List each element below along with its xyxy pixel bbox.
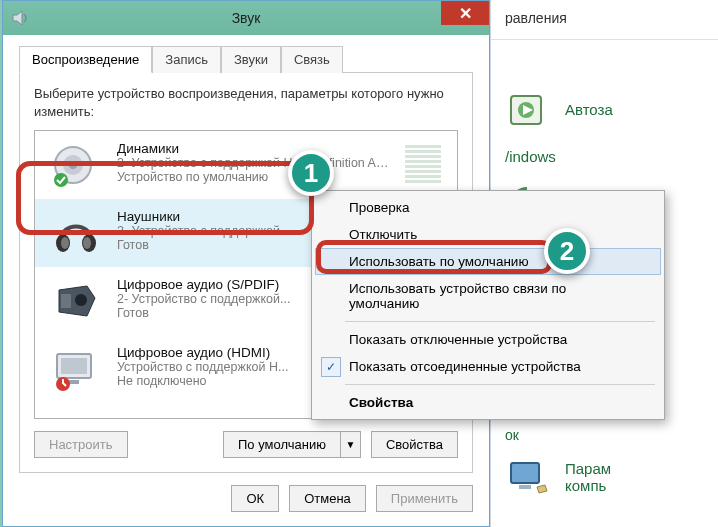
ctx-show-disconnected[interactable]: ✓ Показать отсоединенные устройства	[315, 353, 661, 380]
svg-point-13	[69, 161, 77, 169]
tabstrip: Воспроизведение Запись Звуки Связь	[3, 35, 489, 72]
close-icon: ✕	[459, 4, 472, 23]
instruction-text: Выберите устройство воспроизведения, пар…	[34, 85, 458, 120]
configure-button[interactable]: Настроить	[34, 431, 128, 458]
ctx-separator	[345, 321, 655, 322]
autorun-icon	[505, 90, 553, 130]
ctx-item-label: Показать отсоединенные устройства	[349, 359, 581, 374]
hdmi-icon	[49, 345, 103, 393]
dialog-buttons: ОК Отмена Применить	[3, 485, 489, 526]
svg-point-17	[61, 237, 69, 249]
spdif-icon	[49, 277, 103, 325]
sound-app-icon	[11, 8, 31, 28]
control-panel-small-ok: ок	[491, 423, 718, 447]
svg-rect-20	[61, 294, 71, 308]
svg-rect-22	[61, 358, 87, 374]
ctx-disable[interactable]: Отключить	[315, 221, 661, 248]
svg-rect-8	[511, 463, 539, 483]
close-button[interactable]: ✕	[441, 1, 489, 25]
context-menu: Проверка Отключить Использовать по умолч…	[311, 190, 665, 420]
svg-marker-10	[13, 11, 22, 25]
headphones-icon	[49, 209, 103, 257]
tab-playback[interactable]: Воспроизведение	[19, 46, 152, 73]
control-panel-item-autoza[interactable]: Автоза	[491, 80, 718, 140]
ctx-set-default[interactable]: Использовать по умолчанию	[315, 248, 661, 275]
tab-communications[interactable]: Связь	[281, 46, 343, 73]
ctx-show-disabled[interactable]: Показать отключенные устройства	[315, 326, 661, 353]
control-panel-title-fragment: равления	[491, 0, 718, 40]
device-status: Устройство по умолчанию	[117, 170, 389, 184]
ok-button[interactable]: ОК	[231, 485, 279, 512]
computer-settings-icon	[505, 457, 553, 497]
chevron-down-icon[interactable]: ▼	[341, 431, 361, 458]
speaker-icon	[49, 141, 103, 189]
svg-rect-23	[69, 380, 79, 384]
device-desc: 2- Устройство с поддержкой High Definiti…	[117, 156, 389, 170]
ctx-test[interactable]: Проверка	[315, 194, 661, 221]
svg-rect-9	[519, 485, 531, 489]
svg-point-19	[75, 294, 87, 306]
check-icon: ✓	[321, 357, 341, 377]
dialog-title: Звук	[232, 10, 261, 26]
device-name: Динамики	[117, 141, 389, 156]
cancel-button[interactable]: Отмена	[289, 485, 366, 512]
ctx-separator	[345, 384, 655, 385]
set-default-split-button[interactable]: По умолчанию ▼	[223, 431, 361, 458]
device-actions-row: Настроить По умолчанию ▼ Свойства	[34, 419, 458, 458]
set-default-button[interactable]: По умолчанию	[223, 431, 341, 458]
control-panel-item-label: Автоза	[565, 101, 613, 118]
tab-sounds[interactable]: Звуки	[221, 46, 281, 73]
control-panel-item-label: Парамкомпь	[565, 460, 611, 495]
apply-button[interactable]: Применить	[376, 485, 473, 512]
svg-point-18	[83, 237, 91, 249]
control-panel-link-windows[interactable]: /indows	[491, 140, 718, 173]
device-speakers[interactable]: Динамики 2- Устройство с поддержкой High…	[35, 131, 457, 199]
ctx-set-default-comm[interactable]: Использовать устройство связи по умолчан…	[315, 275, 661, 317]
tab-recording[interactable]: Запись	[152, 46, 221, 73]
properties-button[interactable]: Свойства	[371, 431, 458, 458]
svg-point-14	[54, 173, 68, 187]
control-panel-item-params[interactable]: Парамкомпь	[491, 447, 718, 507]
ctx-properties[interactable]: Свойства	[315, 389, 661, 416]
titlebar[interactable]: Звук ✕	[3, 1, 489, 35]
level-meter	[403, 141, 443, 185]
